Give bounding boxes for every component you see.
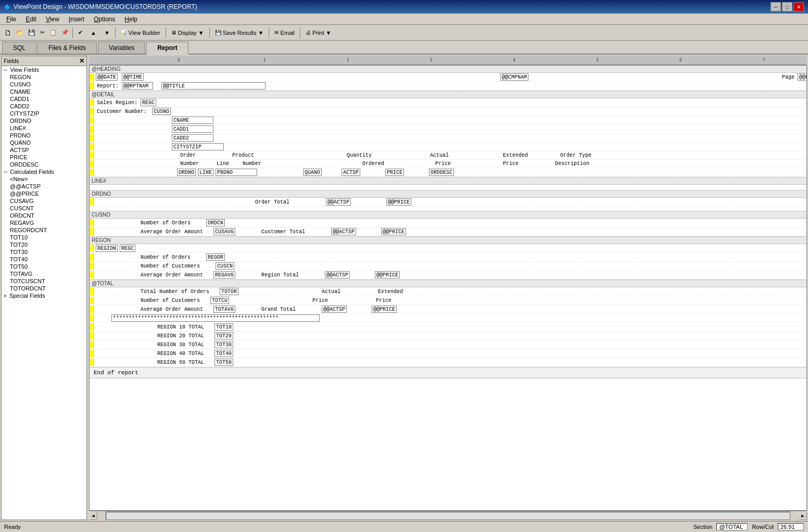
maximize-button[interactable]: □ bbox=[782, 2, 792, 11]
tab-files-fields[interactable]: Files & Fields bbox=[37, 42, 97, 54]
field-actsp-d[interactable]: ACTSP bbox=[342, 169, 360, 176]
field-cname[interactable]: CNAME bbox=[2, 88, 86, 95]
calc-totavg[interactable]: TOTAVG bbox=[2, 270, 86, 277]
field-cusno[interactable]: CUSNO bbox=[2, 81, 86, 88]
field-regavg[interactable]: REGAVG bbox=[213, 271, 235, 278]
toolbar-cut[interactable]: ✂ bbox=[38, 28, 47, 37]
field-orddesc-d[interactable]: ORDDESC bbox=[429, 169, 454, 176]
field-actsp[interactable]: ACTSP bbox=[2, 146, 86, 154]
field-totavg[interactable]: TOTAVG bbox=[213, 306, 235, 313]
field-totor[interactable]: TOTOR bbox=[220, 288, 238, 295]
field-tot20[interactable]: TOT20 bbox=[214, 332, 233, 339]
field-rt-price[interactable]: @@PRICE bbox=[375, 271, 400, 278]
field-prdno[interactable]: PRDNO bbox=[2, 132, 86, 139]
toolbar-up[interactable]: ▲ bbox=[87, 28, 100, 37]
email-button[interactable]: ✉ Email bbox=[271, 28, 298, 37]
field-cmpnam[interactable]: @@CMPNAM bbox=[500, 73, 528, 81]
menu-file[interactable]: File bbox=[2, 15, 20, 24]
field-ct-price[interactable]: @@PRICE bbox=[381, 228, 406, 235]
scroll-left-btn[interactable]: ◄ bbox=[89, 512, 97, 520]
field-ct-actsp[interactable]: @@ACTSP bbox=[331, 228, 356, 235]
field-cadd1-d[interactable]: CADD1 bbox=[172, 125, 213, 133]
toolbar-new[interactable]: 🗋 bbox=[2, 28, 14, 38]
field-ot-actsp[interactable]: @@ACTSP bbox=[326, 198, 351, 206]
menu-options[interactable]: Options bbox=[90, 15, 119, 24]
toolbar-copy[interactable]: 📋 bbox=[47, 28, 59, 37]
view-builder-button[interactable]: 📊 View Builder bbox=[117, 28, 164, 37]
close-button[interactable]: ✕ bbox=[793, 2, 804, 11]
toolbar-down[interactable]: ▼ bbox=[100, 28, 113, 37]
field-regon[interactable]: REGON bbox=[2, 73, 86, 81]
field-regc[interactable]: REGC bbox=[141, 99, 156, 106]
field-line-d[interactable]: LINE bbox=[198, 169, 213, 176]
field-price[interactable]: PRICE bbox=[2, 154, 86, 161]
field-tot10[interactable]: TOT10 bbox=[214, 323, 233, 331]
menu-insert[interactable]: Insert bbox=[65, 15, 89, 24]
field-ot-price[interactable]: @@PRICE bbox=[386, 198, 411, 206]
special-fields-group[interactable]: + Special Fields bbox=[2, 292, 86, 299]
calc-cusavg[interactable]: CUSAVG bbox=[2, 197, 86, 205]
field-price-d[interactable]: PRICE bbox=[385, 169, 404, 176]
field-gt-price[interactable]: @@PRICE bbox=[372, 306, 397, 313]
field-tot30[interactable]: TOT30 bbox=[214, 341, 233, 348]
calc-tot20[interactable]: TOT20 bbox=[2, 241, 86, 248]
toolbar-open[interactable]: 📂 bbox=[14, 28, 26, 37]
toolbar-save[interactable]: 💾 bbox=[26, 28, 37, 37]
save-results-button[interactable]: 💾 Save Results ▼ bbox=[211, 28, 268, 37]
tab-variables[interactable]: Variables bbox=[98, 42, 145, 54]
scrollbar-track[interactable] bbox=[106, 512, 790, 520]
panel-close-button[interactable]: ✕ bbox=[79, 57, 84, 65]
tab-report[interactable]: Report bbox=[146, 42, 188, 55]
horizontal-scrollbar[interactable]: ◄ ► bbox=[89, 511, 807, 520]
field-tot40[interactable]: TOT40 bbox=[214, 350, 233, 357]
field-ordcn[interactable]: ORDCN bbox=[206, 219, 225, 226]
field-ordno-d[interactable]: ORDNO bbox=[177, 169, 196, 176]
field-cusno-d[interactable]: CUSNO bbox=[152, 108, 171, 115]
field-prdno-d[interactable]: PRDNO bbox=[216, 169, 257, 176]
print-button[interactable]: 🖨 Print ▼ bbox=[302, 28, 335, 37]
calc-new[interactable]: <New> bbox=[2, 175, 86, 183]
field-ordno[interactable]: ORDNO bbox=[2, 117, 86, 124]
field-title[interactable]: @@TITLE bbox=[161, 82, 266, 90]
calc-regordcnt[interactable]: REGORDCNT bbox=[2, 226, 86, 234]
field-cname-d[interactable]: CNAME bbox=[172, 117, 213, 124]
display-button[interactable]: 🖥 Display ▼ bbox=[168, 28, 208, 37]
calculated-fields-group[interactable]: ─ Calculated Fields bbox=[2, 168, 86, 175]
field-quano[interactable]: QUANO bbox=[2, 139, 86, 146]
field-cusavg[interactable]: CUSAVG bbox=[213, 228, 235, 235]
calc-regavg[interactable]: REGAVG bbox=[2, 219, 86, 226]
field-time[interactable]: @@TIME bbox=[122, 73, 144, 81]
menu-edit[interactable]: Edit bbox=[21, 15, 41, 24]
field-regc[interactable]: REGC bbox=[120, 245, 135, 252]
field-date[interactable]: @@DATE bbox=[96, 73, 118, 81]
field-rptnam[interactable]: @@RPTNAM bbox=[122, 82, 153, 90]
field-region[interactable]: REGION bbox=[96, 245, 118, 252]
field-cadd1[interactable]: CADD1 bbox=[2, 95, 86, 103]
field-orddesc[interactable]: ORDDESC bbox=[2, 161, 86, 168]
scroll-right-btn[interactable]: ► bbox=[799, 512, 807, 520]
minimize-button[interactable]: ─ bbox=[771, 2, 781, 11]
calc-tot50[interactable]: TOT50 bbox=[2, 263, 86, 270]
field-tot50[interactable]: TOT50 bbox=[214, 359, 233, 366]
field-cuscn[interactable]: CUSCN bbox=[216, 262, 234, 270]
field-regor[interactable]: REGOR bbox=[206, 254, 225, 261]
menu-view[interactable]: View bbox=[42, 15, 64, 24]
calc-actsp[interactable]: @@ACTSP bbox=[2, 183, 86, 190]
toolbar-check[interactable]: ✔ bbox=[74, 28, 86, 37]
field-city-d[interactable]: CITYSTZIP bbox=[172, 143, 224, 150]
field-gt-actsp[interactable]: @@ACTSP bbox=[322, 306, 347, 313]
calc-totcuscnt[interactable]: TOTCUSCNT bbox=[2, 277, 86, 285]
field-totcu[interactable]: TOTCU bbox=[210, 297, 229, 304]
view-fields-group[interactable]: ─ View Fields bbox=[2, 66, 86, 73]
menu-help[interactable]: Help bbox=[120, 15, 142, 24]
calc-ordcnt[interactable]: ORDCNT bbox=[2, 212, 86, 219]
calc-cuscnt[interactable]: CUSCNT bbox=[2, 205, 86, 212]
calc-price[interactable]: @@PRICE bbox=[2, 190, 86, 197]
calc-tot40[interactable]: TOT40 bbox=[2, 256, 86, 263]
field-pag[interactable]: @@PAG bbox=[798, 73, 807, 81]
calc-totordcnt[interactable]: TOTORDCNT bbox=[2, 285, 86, 292]
field-cadd2[interactable]: CADD2 bbox=[2, 103, 86, 110]
calc-tot10[interactable]: TOT10 bbox=[2, 234, 86, 241]
report-content[interactable]: @HEADING @@DATE @@TIME @@CMPNAM Page @@P… bbox=[89, 65, 807, 511]
toolbar-paste[interactable]: 📌 bbox=[59, 28, 71, 37]
